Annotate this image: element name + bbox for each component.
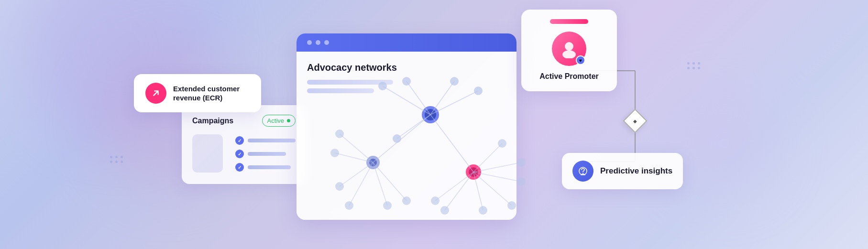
- svg-line-23: [373, 162, 407, 201]
- svg-line-9: [430, 91, 478, 115]
- network-svg: [311, 67, 550, 229]
- svg-line-32: [473, 172, 521, 182]
- diamond-connector: ◆: [623, 109, 648, 133]
- campaigns-card: Campaigns Active: [182, 105, 306, 184]
- svg-point-16: [474, 87, 483, 95]
- svg-line-20: [340, 162, 373, 186]
- window-dot-3: [324, 40, 329, 45]
- svg-point-27: [345, 201, 353, 210]
- svg-line-33: [473, 172, 512, 206]
- svg-point-38: [517, 158, 526, 167]
- svg-point-15: [450, 77, 459, 86]
- svg-line-30: [473, 143, 502, 172]
- svg-line-10: [397, 115, 430, 139]
- svg-point-45: [562, 50, 576, 58]
- promoter-bar: [550, 19, 588, 24]
- ecr-card: Extended customer revenue (ECR): [134, 74, 261, 112]
- checklist-bar: [248, 152, 286, 156]
- window-dot-1: [307, 40, 312, 45]
- decorative-dots-right: [687, 62, 701, 69]
- svg-point-29: [402, 196, 411, 205]
- svg-point-28: [383, 201, 392, 210]
- svg-point-39: [517, 177, 526, 186]
- predictive-icon: [572, 161, 593, 182]
- predictive-card: Predictive insights: [562, 153, 683, 189]
- predictive-title: Predictive insights: [600, 166, 672, 176]
- checklist-item: [235, 163, 296, 172]
- bg-blob-3: [677, 96, 772, 191]
- active-indicator: [287, 119, 290, 122]
- svg-line-6: [383, 86, 430, 115]
- svg-point-13: [378, 82, 387, 90]
- svg-line-7: [407, 81, 430, 115]
- checklist-item: [235, 150, 296, 158]
- svg-point-14: [402, 77, 411, 86]
- svg-point-17: [393, 134, 401, 143]
- checklist: [235, 136, 296, 172]
- checklist-item: [235, 136, 296, 145]
- svg-line-22: [373, 162, 387, 206]
- ecr-icon: [145, 83, 166, 104]
- checklist-bar: [248, 165, 291, 169]
- svg-point-44: [565, 42, 573, 51]
- svg-line-36: [435, 172, 473, 201]
- promoter-card: ♥ Active Promoter: [521, 10, 617, 91]
- svg-line-8: [430, 81, 454, 115]
- svg-line-31: [473, 162, 521, 172]
- promoter-heart-icon: ♥: [576, 55, 585, 65]
- promoter-title: Active Promoter: [529, 72, 609, 82]
- svg-point-51: [582, 173, 583, 174]
- svg-point-40: [507, 201, 516, 210]
- decorative-dots-left: [110, 156, 123, 163]
- check-icon: [235, 136, 244, 145]
- campaigns-title: Campaigns: [192, 117, 233, 125]
- active-label: Active: [267, 117, 284, 124]
- campaigns-thumbnail: [192, 134, 223, 173]
- checklist-bar: [248, 139, 296, 142]
- check-icon: [235, 163, 244, 172]
- svg-line-11: [373, 115, 430, 162]
- svg-point-42: [440, 206, 449, 215]
- svg-point-26: [335, 182, 344, 191]
- network-graph: [311, 67, 550, 229]
- svg-point-41: [479, 206, 487, 215]
- svg-point-25: [330, 149, 339, 157]
- svg-point-37: [498, 139, 506, 148]
- check-icon: [235, 150, 244, 158]
- ecr-title: Extended customer revenue (ECR): [173, 84, 250, 103]
- svg-line-12: [430, 115, 473, 172]
- svg-line-21: [349, 162, 373, 206]
- diamond-icon: ◆: [633, 119, 637, 124]
- svg-line-35: [445, 172, 473, 210]
- promoter-avatar: ♥: [552, 32, 586, 66]
- svg-point-24: [335, 130, 344, 138]
- svg-point-43: [431, 196, 439, 205]
- advocacy-titlebar: [297, 33, 516, 52]
- active-badge: Active: [262, 115, 296, 127]
- window-dot-2: [316, 40, 320, 45]
- campaigns-header: Campaigns Active: [192, 115, 296, 127]
